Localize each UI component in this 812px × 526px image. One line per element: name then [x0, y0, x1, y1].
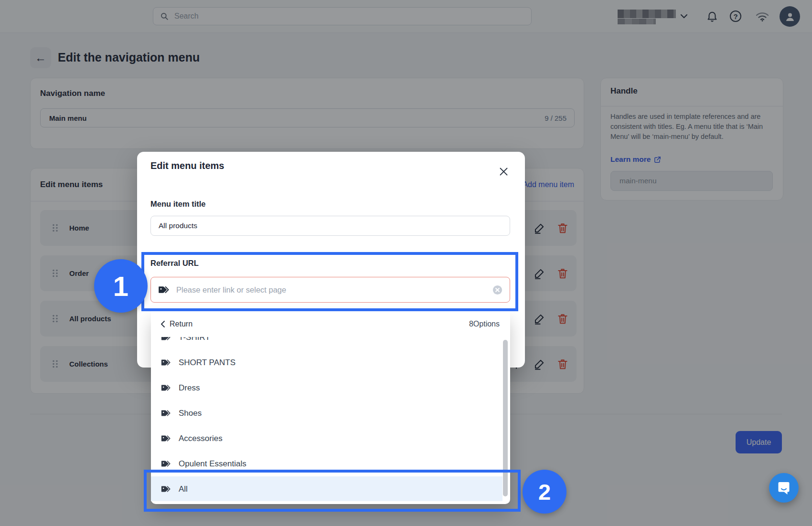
- dropdown-option-label: Opulent Essentials: [179, 459, 246, 469]
- options-count: 8Options: [469, 320, 500, 328]
- dropdown-option-label: Accessories: [179, 434, 223, 443]
- dropdown-header: Return 8Options: [151, 311, 510, 337]
- dropdown-option-label: Shoes: [179, 409, 202, 418]
- return-label: Return: [170, 320, 192, 328]
- menu-item-title-field[interactable]: [150, 216, 510, 236]
- dropdown-option[interactable]: SHORT PANTS: [151, 350, 510, 375]
- dropdown-option-label: Dress: [179, 383, 200, 393]
- chat-bubble-icon: [777, 480, 791, 495]
- tag-icon: [158, 284, 169, 295]
- dropdown-option[interactable]: T-SHIRT: [151, 337, 510, 350]
- modal-title: Edit menu items: [150, 160, 224, 171]
- dropdown-scrollbar[interactable]: [503, 340, 508, 496]
- page: ? ← Edit the navigation menu Navigation …: [0, 0, 812, 526]
- tag-icon: [160, 408, 171, 418]
- menu-item-title-label: Menu item title: [150, 200, 206, 209]
- tag-icon: [160, 358, 171, 368]
- dropdown-option[interactable]: Dress: [151, 375, 510, 400]
- annotation-badge-2: 2: [523, 470, 566, 514]
- referral-url-field[interactable]: [150, 277, 510, 303]
- dropdown-option[interactable]: Accessories: [151, 426, 510, 451]
- tag-icon: [160, 383, 171, 393]
- dropdown-option-label: All: [179, 484, 188, 494]
- chat-widget-button[interactable]: [769, 473, 799, 503]
- close-icon[interactable]: [497, 165, 510, 178]
- menu-item-title-input[interactable]: [158, 221, 503, 231]
- chevron-left-icon: [160, 320, 165, 328]
- annotation-badge-1: 1: [94, 259, 148, 313]
- referral-url-label: Referral URL: [150, 259, 199, 268]
- dropdown-option-label: SHORT PANTS: [179, 358, 235, 368]
- tag-icon: [160, 433, 171, 443]
- tag-icon: [160, 337, 171, 342]
- dropdown-return[interactable]: Return: [160, 320, 192, 328]
- dropdown-option-label: T-SHIRT: [179, 337, 210, 342]
- dropdown-option[interactable]: Shoes: [151, 400, 510, 426]
- tag-icon: [160, 484, 171, 494]
- dropdown-option[interactable]: All: [151, 476, 502, 501]
- referral-url-input[interactable]: [175, 285, 486, 295]
- dropdown-options-list: T-SHIRT SHORT PANTS Dress Shoes Accessor…: [151, 337, 510, 501]
- clear-input-icon[interactable]: [492, 284, 503, 295]
- tag-icon: [160, 459, 171, 469]
- dropdown-option[interactable]: Opulent Essentials: [151, 451, 510, 476]
- link-select-dropdown: Return 8Options T-SHIRT SHORT PANTS Dres…: [151, 311, 510, 504]
